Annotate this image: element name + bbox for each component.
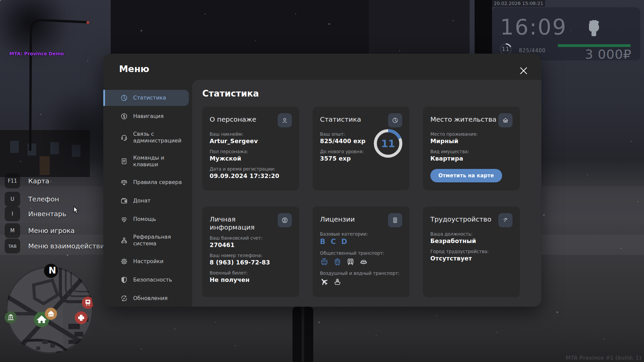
card-licenses: Лицензии Базовые категории: B C D	[313, 206, 410, 297]
sidebar-item-server-rules[interactable]: Правила сервера	[103, 174, 189, 190]
content-heading: Статистика	[202, 88, 541, 99]
hotkey-label: Меню взаимодействия	[28, 242, 108, 250]
license-category-c: C	[331, 238, 336, 246]
field-value: Artur_Sergeev	[210, 138, 292, 144]
key-badge: F11	[5, 174, 20, 188]
house-icon	[498, 113, 513, 127]
hotkey-label: Инвентарь	[28, 210, 66, 218]
network-icon	[120, 236, 128, 244]
game-screen: MTA: Province Demo MTA Province #1 (buil…	[0, 0, 644, 362]
sidebar-item-label: Команды и клавиши	[133, 155, 184, 168]
key-badge: I	[5, 206, 20, 221]
mark-on-map-button[interactable]: Отметить на карте	[430, 169, 502, 182]
field-label: Базовые категории:	[320, 231, 402, 237]
field-label: Место проживания:	[430, 131, 513, 137]
key-badge: M	[5, 223, 20, 238]
player-character	[292, 307, 313, 362]
field-value: Не получен	[210, 277, 292, 283]
public-transport-licenses	[320, 257, 402, 266]
field-value: 270461	[210, 242, 292, 248]
headset-icon	[120, 133, 128, 141]
sidebar-item-commands-keys[interactable]: Команды и клавиши	[103, 150, 189, 172]
key-badge: U	[5, 192, 20, 206]
license-category-b: B	[320, 238, 325, 246]
plane-icon	[320, 277, 329, 286]
hud-money: 3 000₽	[585, 47, 632, 62]
sidebar-item-donate[interactable]: Донат	[103, 193, 189, 209]
sidebar-item-statistics[interactable]: Статистика	[103, 90, 189, 106]
captain-cap-icon	[359, 257, 368, 266]
hotkey-interaction-menu: TAB Меню взаимодействия	[5, 239, 108, 253]
hud-datetime: 20.02.2026 15:08:21	[492, 0, 545, 7]
sidebar-item-label: Навигация	[133, 113, 184, 120]
sidebar-item-label: Помощь	[133, 216, 184, 223]
refresh-check-icon	[120, 294, 128, 302]
sidebar-item-security[interactable]: Безопасность	[103, 272, 189, 288]
sidebar-item-referral[interactable]: Реферальная система	[103, 230, 189, 251]
field-label: Общественный транспорт:	[320, 250, 402, 256]
compass-icon	[120, 112, 128, 120]
field-value: Безработный	[430, 238, 513, 244]
field-label: Ваш номер телефона:	[210, 253, 292, 258]
wallet-icon	[120, 197, 128, 205]
minimap-hospital-marker	[75, 311, 88, 324]
minimap-bank-marker	[5, 311, 17, 323]
pie-chart-icon	[388, 113, 402, 127]
license-categories: B C D	[320, 238, 402, 246]
card-title: Трудоустройство	[430, 213, 491, 223]
sidebar-item-label: Настройки	[133, 258, 184, 265]
field-label: Ваша должность:	[430, 231, 513, 237]
field-label: Дата и время регистрации:	[210, 166, 292, 172]
sidebar-item-label: Донат	[133, 197, 184, 204]
hud-level-value: 11	[499, 46, 513, 52]
hotkey-label: Телефон	[28, 195, 59, 203]
hotkey-label: Карта	[28, 177, 49, 185]
close-icon[interactable]	[519, 66, 528, 75]
key-badge: TAB	[5, 239, 20, 253]
pie-chart-icon	[120, 94, 128, 102]
card-residence: Место жительства Место проживания: Мирны…	[423, 107, 520, 190]
stats-cards: О персонаже Ваш никнейм: Artur_Sergeev П…	[202, 107, 531, 297]
building-silhouette	[369, 0, 470, 54]
brand-watermark: MTA: Province Demo	[9, 51, 64, 56]
menu-title: Меню	[119, 64, 149, 74]
person-circle-icon	[278, 213, 292, 227]
sidebar-item-help[interactable]: Помощь	[103, 211, 189, 227]
sidebar-item-updates[interactable]: Обновления	[103, 290, 189, 306]
card-personal-info: Личная информация Ваш банковский счет: 2…	[202, 206, 299, 297]
field-label: Город трудоустройства:	[430, 249, 513, 254]
sidebar-item-label: Правила сервера	[133, 179, 184, 186]
gear-icon	[120, 257, 128, 265]
field-value: 8 (963) 169-72-83	[210, 259, 292, 266]
field-label: Военный билет:	[210, 270, 292, 276]
ship-icon	[333, 277, 342, 286]
sidebar-item-admin-contact[interactable]: Связь с администрацией	[103, 127, 189, 148]
menu-modal: Меню Статистика На	[103, 54, 541, 307]
field-label: Воздушный и водный транспорт:	[320, 270, 402, 276]
sidebar-item-settings[interactable]: Настройки	[103, 253, 189, 269]
card-title: Статистика	[320, 113, 361, 123]
field-value: Мужской	[210, 155, 292, 162]
field-value: 09.09.2024 17:32:20	[210, 173, 292, 179]
card-character: О персонаже Ваш никнейм: Artur_Sergeev П…	[202, 107, 299, 190]
shield-icon	[120, 276, 128, 284]
card-title: Место жительства	[430, 113, 496, 123]
minimap-property-marker	[45, 308, 57, 320]
fist-icon	[586, 16, 601, 36]
active-indicator	[103, 90, 105, 106]
money-progress-bar	[558, 44, 631, 47]
id-card-icon	[388, 213, 402, 227]
card-statistics: Статистика Ваш опыт: 825/4400 exp До нов…	[313, 107, 410, 190]
building-silhouette	[111, 0, 379, 56]
document-icon	[120, 157, 128, 165]
field-label: Ваш никнейм:	[210, 131, 292, 137]
card-title: О персонаже	[210, 113, 256, 123]
minimap	[3, 261, 97, 362]
train-icon	[346, 257, 355, 266]
sidebar-item-navigation[interactable]: Навигация	[103, 108, 189, 124]
hotkey-inventory: I Инвентарь	[5, 206, 66, 221]
hud-exp: 825/4400	[519, 48, 546, 54]
snowflakes	[0, 0, 1, 1]
sidebar-item-label: Обновления	[133, 295, 184, 302]
air-water-licenses	[320, 277, 402, 286]
